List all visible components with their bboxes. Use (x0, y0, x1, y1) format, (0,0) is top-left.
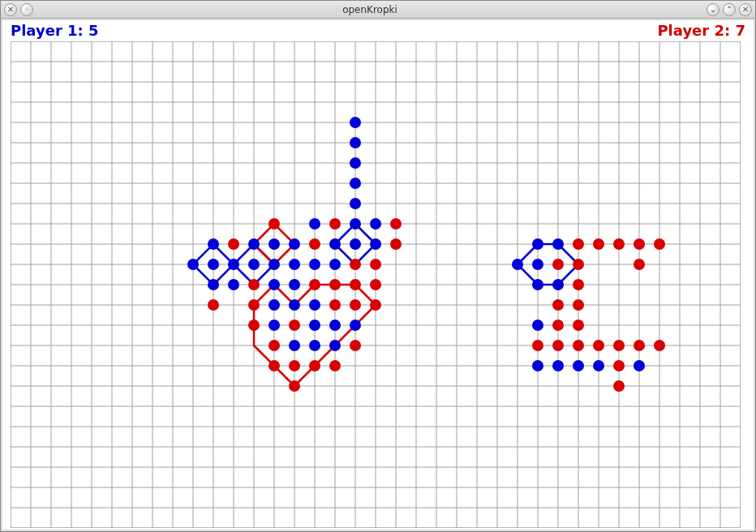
dot (593, 360, 604, 371)
dot (268, 259, 280, 270)
dot (309, 218, 320, 230)
dot (268, 299, 280, 311)
dot (208, 299, 219, 311)
dot (248, 320, 260, 331)
dot (532, 340, 543, 351)
p1-value: 5 (88, 22, 99, 39)
dot (350, 117, 361, 128)
dot (289, 340, 300, 351)
dot (593, 238, 604, 250)
dot (390, 218, 402, 230)
dot (552, 360, 564, 371)
p2-label: Player 2: (657, 22, 730, 39)
dot (329, 299, 341, 311)
dot (634, 340, 645, 351)
dot (268, 320, 280, 331)
dot (329, 218, 341, 230)
dot (289, 259, 300, 270)
dot (248, 279, 260, 290)
dot (268, 238, 280, 250)
dot (329, 320, 341, 331)
dot (289, 380, 300, 392)
dot (309, 279, 320, 290)
dot (268, 218, 280, 230)
dot (654, 340, 665, 351)
dot (248, 259, 260, 270)
dot (289, 360, 300, 371)
dot (532, 259, 543, 270)
dot (370, 279, 381, 290)
dot (309, 299, 320, 311)
dot (309, 340, 320, 351)
dot (350, 178, 361, 189)
dot (268, 360, 280, 371)
dot (370, 218, 381, 230)
dot (573, 360, 584, 371)
dot (228, 238, 239, 250)
dot (187, 259, 199, 270)
app-window: ✕ ◦ openKropki ⌄ ⌃ ✕ Player 1: 5 Player … (0, 0, 756, 532)
dot (350, 340, 361, 351)
dot (613, 238, 625, 250)
dot (309, 320, 320, 331)
dot (532, 360, 543, 371)
dot (593, 340, 604, 351)
dot (573, 259, 584, 270)
dot (350, 259, 361, 270)
dot (329, 259, 341, 270)
dot (350, 198, 361, 209)
dot (289, 238, 300, 250)
dot (228, 279, 239, 290)
dot (390, 238, 402, 250)
dot (309, 259, 320, 270)
dot (552, 320, 564, 331)
minimize-icon[interactable]: ⌄ (707, 3, 719, 16)
dot (634, 238, 645, 250)
dot (268, 340, 280, 351)
dot (289, 279, 300, 290)
dot (350, 279, 361, 290)
game-board[interactable] (11, 41, 741, 528)
dot (309, 360, 320, 371)
dot (208, 259, 219, 270)
dot (532, 279, 543, 290)
dot (350, 320, 361, 331)
player2-score: Player 2: 7 (657, 22, 745, 39)
player1-score: Player 1: 5 (11, 22, 99, 39)
dot (329, 340, 341, 351)
p2-value: 7 (735, 22, 745, 39)
dot (309, 238, 320, 250)
dot (370, 259, 381, 270)
dot (552, 238, 564, 250)
dot (573, 238, 584, 250)
dot (208, 238, 219, 250)
scorebar: Player 1: 5 Player 2: 7 (2, 20, 754, 39)
dot (634, 259, 645, 270)
dot (552, 259, 564, 270)
dot (573, 299, 584, 311)
dot (289, 320, 300, 331)
close-icon[interactable]: ✕ (739, 3, 752, 16)
maximize-icon[interactable]: ⌃ (723, 3, 736, 16)
sticky-icon[interactable]: ◦ (20, 3, 33, 16)
dot (268, 279, 280, 290)
dot (512, 259, 523, 270)
dot (634, 360, 645, 371)
dot (370, 299, 381, 311)
dot (613, 380, 625, 392)
dot (552, 279, 564, 290)
dot (573, 320, 584, 331)
dot (573, 340, 584, 351)
p1-label: Player 1: (11, 22, 84, 39)
titlebar: ✕ ◦ openKropki ⌄ ⌃ ✕ (1, 1, 755, 19)
dot (552, 299, 564, 311)
dot (329, 279, 341, 290)
system-menu-icon[interactable]: ✕ (4, 3, 17, 16)
content-area: Player 1: 5 Player 2: 7 (2, 20, 754, 530)
dot (573, 279, 584, 290)
dot (248, 299, 260, 311)
dot (248, 238, 260, 250)
dot (613, 360, 625, 371)
dot (350, 137, 361, 148)
dot (552, 340, 564, 351)
